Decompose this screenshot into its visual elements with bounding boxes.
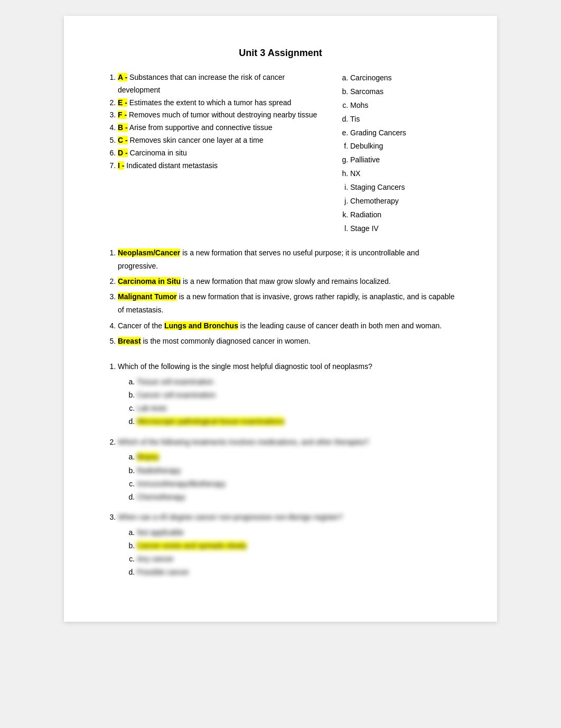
list-item: Radiation: [350, 208, 455, 222]
item-text: Estimates the extent to which a tumor ha…: [129, 98, 292, 107]
fill-answer: Breast: [118, 337, 141, 345]
fill-answer: Malignant Tumor: [118, 292, 177, 301]
fill-blank-item: Carcinoma in Situ is a new formation tha…: [118, 275, 455, 288]
answer-letter: E -: [118, 98, 127, 107]
page-title: Unit 3 Assignment: [106, 48, 455, 59]
item-text: Carcinoma in situ: [130, 149, 187, 157]
fill-text: is the leading cause of cancer death in …: [240, 321, 442, 330]
mc-option: Radiotherapy: [137, 464, 455, 477]
list-item: F - Removes much of tumor without destro…: [118, 109, 328, 122]
mc-option: Tissue cell examination: [137, 375, 455, 389]
mc-options-1: Tissue cell examination Cancer cell exam…: [118, 375, 455, 429]
matching-right-list: Carcinogens Sarcomas Mohs Tis Grading Ca…: [339, 71, 455, 236]
list-item: Debulking: [350, 140, 455, 153]
multiple-choice-section: Which of the following is the single mos…: [106, 361, 455, 579]
mc-list: Which of the following is the single mos…: [106, 361, 455, 579]
mc-option-text: Tissue cell examination: [137, 377, 213, 386]
mc-question-3: When can a 45 degree cancer non-progress…: [118, 511, 455, 579]
mc-option-text: Chemotherapy: [137, 493, 185, 501]
item-text: Removes much of tumor without destroying…: [129, 110, 317, 119]
answer-letter: I -: [118, 161, 124, 170]
mc-option-text: Not applicable: [137, 528, 184, 537]
mc-option: Cancer cell examination: [137, 389, 455, 402]
fill-blank-section: Neoplasm/Cancer is a new formation that …: [106, 246, 455, 348]
answer-letter: C -: [118, 136, 128, 144]
mc-option-text: Radiotherapy: [137, 466, 181, 475]
mc-question-text: Which of the following treatments involv…: [118, 438, 369, 446]
mc-question-1: Which of the following is the single mos…: [118, 361, 455, 429]
list-item: Grading Cancers: [350, 126, 455, 140]
item-text: Indicated distant metastasis: [126, 161, 218, 170]
mc-option: Lab tests: [137, 402, 455, 415]
mc-option: Microscopic pathological tissue examinat…: [137, 415, 455, 428]
mc-option-text: Cancer cell examination: [137, 391, 216, 399]
matching-left-list: A - Substances that can increase the ris…: [106, 71, 328, 172]
list-item: Palliative: [350, 153, 455, 167]
mc-option: Immunotherapy/Biotherapy: [137, 477, 455, 491]
item-text: Substances that can increase the risk of…: [118, 73, 285, 94]
fill-text: is a new formation that maw grow slowly …: [183, 277, 391, 285]
mc-option-text: Lab tests: [137, 404, 167, 412]
mc-option: Any cancer: [137, 552, 455, 566]
mc-options-2: Biopsy Radiotherapy Immunotherapy/Biothe…: [118, 450, 455, 504]
mc-question-text: When can a 45 degree cancer non-progress…: [118, 513, 343, 521]
matching-section: A - Substances that can increase the ris…: [106, 71, 455, 236]
list-item: I - Indicated distant metastasis: [118, 160, 328, 172]
mc-options-3: Not applicable Cancer exists and spreads…: [118, 526, 455, 579]
list-item: Carcinogens: [350, 71, 455, 85]
list-item: E - Estimates the extent to which a tumo…: [118, 97, 328, 109]
list-item: Tis: [350, 113, 455, 126]
mc-option-highlighted: Biopsy: [137, 453, 159, 461]
answer-letter: A -: [118, 73, 127, 81]
mc-option-text: Possible cancer: [137, 568, 189, 576]
list-item: B - Arise from supportive and connective…: [118, 122, 328, 134]
mc-option-highlighted: Cancer exists and spreads slowly: [137, 541, 247, 550]
mc-option-text: Immunotherapy/Biotherapy: [137, 480, 226, 488]
matching-right: Carcinogens Sarcomas Mohs Tis Grading Ca…: [339, 71, 455, 236]
fill-text: Cancer of the: [118, 321, 164, 330]
page: Unit 3 Assignment A - Substances that ca…: [64, 16, 497, 622]
matching-left: A - Substances that can increase the ris…: [106, 71, 339, 236]
list-item: C - Removes skin cancer one layer at a t…: [118, 134, 328, 147]
fill-blank-list: Neoplasm/Cancer is a new formation that …: [106, 246, 455, 348]
fill-blank-item: Malignant Tumor is a new formation that …: [118, 290, 455, 317]
item-text: Removes skin cancer one layer at a time: [130, 136, 264, 144]
mc-question-2: Which of the following treatments involv…: [118, 436, 455, 504]
fill-text: is the most commonly diagnosed cancer in…: [143, 337, 310, 345]
mc-option-text-highlighted: Microscopic pathological tissue examinat…: [137, 417, 284, 426]
fill-answer: Neoplasm/Cancer: [118, 248, 180, 257]
list-item: Mohs: [350, 99, 455, 113]
mc-option: Not applicable: [137, 526, 455, 539]
mc-option: Chemotherapy: [137, 491, 455, 504]
mc-option-text: Any cancer: [137, 555, 174, 563]
fill-blank-item: Cancer of the Lungs and Bronchus is the …: [118, 319, 455, 333]
list-item: A - Substances that can increase the ris…: [118, 71, 328, 97]
list-item: Sarcomas: [350, 85, 455, 99]
list-item: D - Carcinoma in situ: [118, 147, 328, 160]
list-item: Staging Cancers: [350, 181, 455, 195]
fill-answer: Carcinoma in Situ: [118, 277, 181, 285]
answer-letter: D -: [118, 149, 128, 157]
list-item: Chemotherapy: [350, 195, 455, 208]
list-item: Stage IV: [350, 222, 455, 236]
mc-option: Possible cancer: [137, 566, 455, 579]
list-item: NX: [350, 167, 455, 181]
item-text: Arise from supportive and connective tis…: [129, 123, 273, 132]
mc-option: Biopsy: [137, 450, 455, 464]
fill-blank-item: Breast is the most commonly diagnosed ca…: [118, 335, 455, 348]
answer-letter: F -: [118, 110, 127, 119]
mc-question-text: Which of the following is the single mos…: [118, 362, 372, 371]
answer-letter: B -: [118, 123, 128, 132]
fill-blank-item: Neoplasm/Cancer is a new formation that …: [118, 246, 455, 273]
fill-answer: Lungs and Bronchus: [164, 321, 238, 330]
mc-option: Cancer exists and spreads slowly: [137, 539, 455, 552]
